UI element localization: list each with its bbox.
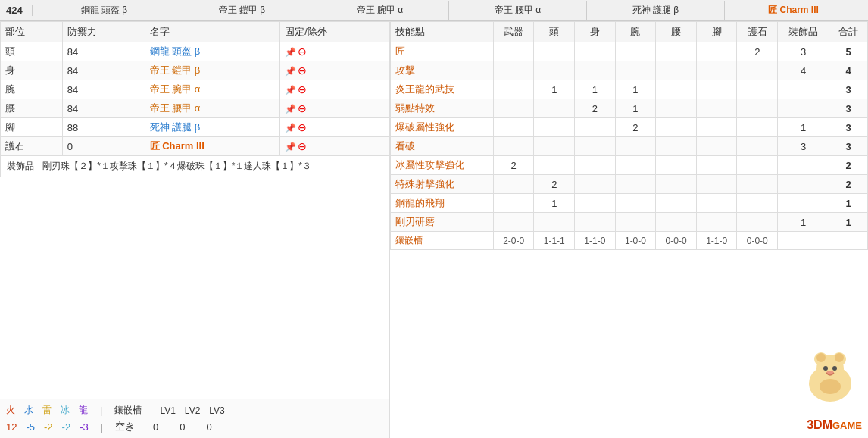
minus-icon[interactable]: ⊖ [298, 83, 307, 95]
skill-col-total: 合計 [829, 22, 867, 42]
skill-val-cell [575, 61, 616, 80]
thunder-val: -2 [44, 421, 53, 433]
equip-name[interactable]: 帝王 腰甲 α [145, 99, 280, 118]
skill-name-cell: 冰屬性攻擊強化 [391, 156, 494, 175]
skill-val-cell [696, 137, 737, 156]
skills-row: 爆破屬性強化213 [391, 118, 868, 137]
fixed-action[interactable]: 📌⊖ [280, 137, 389, 156]
divider2: | [98, 421, 106, 433]
lv2-val: 0 [180, 421, 185, 433]
skill-val-cell [493, 42, 534, 61]
skill-val-cell [493, 99, 534, 118]
minus-icon[interactable]: ⊖ [298, 45, 307, 58]
slot-val-cell: 2-0-0 [493, 232, 534, 250]
slot-value: 空き [115, 420, 135, 433]
skill-val-cell: 3 [829, 118, 867, 137]
equip-name[interactable]: 帝王 鎧甲 β [145, 61, 280, 80]
skill-val-cell [737, 118, 778, 137]
skills-row: 炎王龍的武技1113 [391, 80, 868, 99]
slot-val-cell [778, 232, 829, 250]
minus-icon[interactable]: ⊖ [298, 121, 307, 133]
water-val: -5 [26, 421, 35, 433]
svg-point-5 [835, 353, 844, 362]
fixed-action[interactable]: 📌⊖ [280, 118, 389, 137]
fixed-action[interactable]: 📌⊖ [280, 80, 389, 99]
col-fixed: 固定/除外 [280, 22, 389, 42]
skill-name-cell: 特殊射擊強化 [391, 175, 494, 194]
defense-val: 84 [62, 42, 145, 61]
defense-val: 0 [62, 137, 145, 156]
minus-icon[interactable]: ⊖ [298, 140, 307, 152]
skill-val-cell [656, 213, 697, 232]
skill-val-cell: 3 [829, 137, 867, 156]
skill-val-cell [737, 194, 778, 213]
skill-val-cell: 2 [493, 156, 534, 175]
equipment-table: 部位 防禦力 名字 固定/除外 頭 84 鋼龍 頭盔 β 📌⊖ 身 84 帝王 … [0, 21, 389, 156]
fixed-action[interactable]: 📌⊖ [280, 61, 389, 80]
skill-col-leg: 腳 [696, 22, 737, 42]
skill-val-cell [534, 61, 575, 80]
skill-val-cell [696, 61, 737, 80]
defense-val: 84 [62, 99, 145, 118]
header-item-5[interactable]: 匠 Charm III [725, 1, 862, 20]
skill-val-cell: 3 [778, 42, 829, 61]
dragon-label: 龍 [79, 404, 88, 417]
skills-row: 鋼龍的飛翔11 [391, 194, 868, 213]
header-item-4[interactable]: 死神 護腿 β [587, 1, 725, 20]
total-defense: 424 [6, 5, 33, 16]
slot-val-cell: 1-1-0 [696, 232, 737, 250]
skill-val-cell [575, 137, 616, 156]
top-header: 424 鋼龍 頭盔 β 帝王 鎧甲 β 帝王 腕甲 α 帝王 腰甲 α 死神 護… [0, 0, 868, 21]
fixed-action[interactable]: 📌⊖ [280, 42, 389, 61]
equip-name[interactable]: 死神 護腿 β [145, 118, 280, 137]
header-item-2[interactable]: 帝王 腕甲 α [311, 1, 449, 20]
skill-val-cell [778, 156, 829, 175]
skill-val-cell [656, 61, 697, 80]
fixed-action[interactable]: 📌⊖ [280, 99, 389, 118]
skill-val-cell [737, 80, 778, 99]
slot-val-cell: 1-1-0 [575, 232, 616, 250]
skill-val-cell [575, 175, 616, 194]
skill-val-cell: 2 [829, 156, 867, 175]
deco-label: 裝飾品 [7, 161, 34, 171]
minus-icon[interactable]: ⊖ [298, 102, 307, 114]
equip-name[interactable]: 匠 Charm III [145, 137, 280, 156]
slot-label: 頭 [1, 42, 63, 61]
pin-icon: 📌 [285, 47, 296, 58]
skill-val-cell [656, 137, 697, 156]
skill-val-cell [778, 99, 829, 118]
skill-val-cell [737, 156, 778, 175]
skill-col-head: 頭 [534, 22, 575, 42]
slot-label: 護石 [1, 137, 63, 156]
skills-row: 剛刃研磨11 [391, 213, 868, 232]
skills-table: 技能點 武器 頭 身 腕 腰 腳 護石 裝飾品 合計 匠235攻擊44炎王龍的武… [390, 21, 868, 250]
water-label: 水 [24, 404, 33, 417]
slot-row: 鑲嵌槽2-0-01-1-11-1-01-0-00-0-01-1-00-0-0 [391, 232, 868, 250]
skill-val-cell: 5 [829, 42, 867, 61]
dragon-val: -3 [80, 421, 89, 433]
header-item-1[interactable]: 帝王 鎧甲 β [173, 1, 311, 20]
skill-val-cell [615, 137, 656, 156]
header-item-0[interactable]: 鋼龍 頭盔 β [36, 1, 173, 20]
skill-val-cell [696, 213, 737, 232]
skill-name-cell: 炎王龍的武技 [391, 80, 494, 99]
skill-val-cell [615, 42, 656, 61]
svg-point-7 [832, 366, 837, 371]
skill-name-cell: 看破 [391, 137, 494, 156]
element-stats-values: 12 -5 -2 -2 -3 | 空き 0 0 0 [6, 420, 383, 433]
main-layout: 部位 防禦力 名字 固定/除外 頭 84 鋼龍 頭盔 β 📌⊖ 身 84 帝王 … [0, 21, 868, 438]
skill-val-cell: 3 [829, 99, 867, 118]
minus-icon[interactable]: ⊖ [298, 64, 307, 77]
skill-val-cell: 1 [534, 194, 575, 213]
equip-name[interactable]: 鋼龍 頭盔 β [145, 42, 280, 61]
header-item-3[interactable]: 帝王 腰甲 α [449, 1, 587, 20]
skill-val-cell [696, 99, 737, 118]
skill-val-cell [575, 213, 616, 232]
slot-val-cell [829, 232, 867, 250]
skills-row: 看破33 [391, 137, 868, 156]
skill-val-cell [615, 156, 656, 175]
skill-val-cell [534, 213, 575, 232]
skill-val-cell [696, 42, 737, 61]
skills-row: 弱點特效213 [391, 99, 868, 118]
equip-name[interactable]: 帝王 腕甲 α [145, 80, 280, 99]
